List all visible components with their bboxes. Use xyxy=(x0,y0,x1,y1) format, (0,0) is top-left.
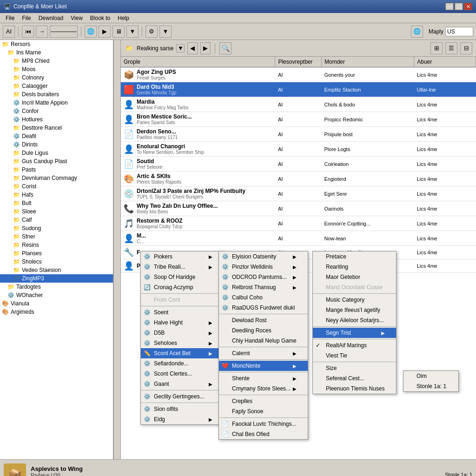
col-momder[interactable]: Momder xyxy=(322,57,414,67)
sidebar-scrollbar[interactable] xyxy=(113,40,121,459)
toolbar-play-btn[interactable]: ▶ xyxy=(99,26,111,38)
menu-item-ctx-main-19[interactable]: ⚙️Eidg▶ xyxy=(141,414,224,424)
content-view-btn1[interactable]: ⊞ xyxy=(430,42,443,54)
table-row[interactable]: 👤 Enolural ChanogriTo Neew Serdiion, Ser… xyxy=(121,142,476,157)
menu-item-ctx-sub2-9[interactable]: Segn Trist▶ xyxy=(313,328,396,338)
sidebar-item-23[interactable]: 📁Sfner xyxy=(0,232,113,241)
toolbar-monitor-btn[interactable]: 🖥 xyxy=(112,26,125,38)
content-nav-fwd[interactable]: ▶ xyxy=(200,42,211,54)
table-row[interactable]: 👤 Bron Mestice Soric...Paries Sparid Sat… xyxy=(121,112,476,127)
content-view-btn3[interactable]: ⊟ xyxy=(460,42,472,54)
menu-item-ctx-main-10[interactable]: ⚙️Seholoes▶ xyxy=(141,338,224,348)
col-grople[interactable]: Grople xyxy=(121,57,275,67)
menu-item-ctx-main-2[interactable]: ⚙️Soop Of Haridge xyxy=(141,272,224,282)
table-row[interactable]: 📄 Derdon Seno...Paelbio noany 1171 AI Pr… xyxy=(121,127,476,142)
menu-view[interactable]: View xyxy=(67,14,86,22)
sidebar-item-18[interactable]: 📁Hafs xyxy=(0,191,113,199)
menu-item-ctx-main-3[interactable]: 🔄Cronag Aczymp xyxy=(141,282,224,292)
content-dropdown-btn[interactable]: ▼ xyxy=(176,44,185,53)
sidebar-item-29[interactable]: 📁Tardogtes xyxy=(0,283,113,291)
menu-file1[interactable]: File xyxy=(2,14,18,22)
menu-item-ctx-sub3-0[interactable]: Oim xyxy=(403,371,458,381)
sidebar-item-17[interactable]: 📁Corist xyxy=(0,182,113,191)
toolbar-right-btn[interactable]: → xyxy=(36,26,48,38)
menu-item-ctx-main-12[interactable]: ⚙️Sefiardonde... xyxy=(141,358,224,369)
menu-item-ctx-sub1-4[interactable]: ⚙️Calbul Coho xyxy=(219,292,308,303)
menu-item-ctx-sub1-8[interactable]: Deedling Roces xyxy=(219,325,308,336)
menu-item-ctx-sub1-18[interactable]: Creplles xyxy=(219,396,308,406)
menu-help[interactable]: Help xyxy=(114,14,133,22)
sidebar-item-25[interactable]: 📁Planses xyxy=(0,249,113,258)
menu-item-ctx-sub2-6[interactable]: Mange Ifeeus'I agetify xyxy=(313,305,396,315)
menu-item-ctx-sub1-7[interactable]: Dewload Rost xyxy=(219,315,308,325)
minimize-button[interactable]: ─ xyxy=(445,3,454,10)
sidebar-item-19[interactable]: 📁Bult xyxy=(0,199,113,207)
menu-item-ctx-main-0[interactable]: ⚙️Piokers▶ xyxy=(141,251,224,262)
sidebar-item-30[interactable]: ⚙️WOhacher xyxy=(0,291,113,299)
table-row[interactable]: 💿 DrtonlZal 3 Paste are Zinj MP% Funtbui… xyxy=(121,186,476,201)
menu-item-ctx-sub1-21[interactable]: 📄Faockal Luvtc Thichings... xyxy=(219,419,308,429)
sidebar-item-20[interactable]: 📁Sloee xyxy=(0,207,113,216)
sidebar-item-0[interactable]: 📁Rersors xyxy=(0,40,113,48)
sidebar-item-16[interactable]: 📁Devnluman Commagy xyxy=(0,174,113,182)
menu-dewnload[interactable]: Dewnload xyxy=(35,14,67,22)
menu-item-ctx-sub2-11[interactable]: ✓RealtAif Marings xyxy=(313,340,396,350)
toolbar-dropdown-btn[interactable]: ▼ xyxy=(126,26,139,38)
menu-item-ctx-main-18[interactable]: ⚙️Sion olfits xyxy=(141,404,224,414)
sidebar-item-13[interactable]: 📁Dule Ligus xyxy=(0,149,113,157)
table-row[interactable]: 🎨 Artic & SKIIsPleres Statey Rapoits AI … xyxy=(121,172,476,186)
toolbar-globe2-btn[interactable]: 🌐 xyxy=(411,26,423,38)
menu-item-ctx-sub1-11[interactable]: Calernt▶ xyxy=(219,348,308,358)
toolbar-line-btn[interactable]: ────── xyxy=(50,26,78,38)
menu-item-ctx-sub2-15[interactable]: Sefereal Cest... xyxy=(313,373,396,383)
sidebar-item-31[interactable]: 🎨Vianula xyxy=(0,299,113,308)
sidebar-item-4[interactable]: 📁Colnonry xyxy=(0,73,113,82)
menu-item-ctx-main-16[interactable]: ⚙️Geclity Gertingees... xyxy=(141,391,224,402)
sidebar-item-24[interactable]: 📁Resins xyxy=(0,241,113,249)
sidebar-item-21[interactable]: 📁Calf xyxy=(0,216,113,224)
table-row[interactable]: 📦 Agor Zing UPSFireall Surges AI Gonents… xyxy=(121,67,476,82)
menu-item-ctx-sub3-1[interactable]: Stonle 1a: 1 xyxy=(403,381,458,391)
content-nav-back[interactable]: ◀ xyxy=(187,42,198,54)
menu-item-ctx-main-13[interactable]: ⚙️Scont Clertes... xyxy=(141,369,224,379)
sidebar-item-26[interactable]: 📁Sholecs xyxy=(0,258,113,266)
sidebar-item-2[interactable]: 📁MP8 Chied xyxy=(0,57,113,65)
sidebar-item-27[interactable]: 📁Vedeo Staesion xyxy=(0,266,113,274)
menu-item-ctx-sub2-14[interactable]: Size xyxy=(313,363,396,373)
toolbar-dd2-btn[interactable]: ▼ xyxy=(159,26,172,38)
menu-item-ctx-sub1-5[interactable]: ⚙️RaaDUGS Furdwret diukl xyxy=(219,303,308,313)
menu-item-ctx-sub1-2[interactable]: ⚙️ODCROD Pamturns...▶ xyxy=(219,272,308,282)
menu-blookto[interactable]: Blook to xyxy=(86,14,114,22)
sidebar-item-28[interactable]: 🎵ZingMP3 xyxy=(0,274,113,283)
menu-item-ctx-sub1-16[interactable]: Cmynany Store Slees...▶ xyxy=(219,383,308,394)
content-view-btn2[interactable]: ☰ xyxy=(445,42,457,54)
menu-item-ctx-main-8[interactable]: ⚙️Halve Hight▶ xyxy=(141,317,224,328)
menu-item-ctx-main-1[interactable]: ⚙️Tribe Reali...▶ xyxy=(141,262,224,272)
menu-item-ctx-sub1-0[interactable]: ⚙️Elyision Oatsenity▶ xyxy=(219,251,308,262)
menu-item-ctx-sub1-3[interactable]: ⚙️Relbrost Thansug▶ xyxy=(219,282,308,292)
table-row[interactable]: 👤 MardiaMaihioe Fotcy Mag Tarbs AI Chols… xyxy=(121,97,476,112)
menu-item-ctx-sub2-12[interactable]: Viest Tie xyxy=(313,350,396,361)
menu-item-ctx-sub2-1[interactable]: Reariting xyxy=(313,262,396,272)
sidebar-item-14[interactable]: 📁Gus Candup Plast xyxy=(0,157,113,165)
menu-file2[interactable]: File xyxy=(18,14,34,22)
sidebar-item-32[interactable]: 🎨Argimeds xyxy=(0,308,113,316)
menu-item-ctx-sub2-2[interactable]: Maor Getebor xyxy=(313,272,396,282)
maply-input[interactable] xyxy=(445,27,473,36)
menu-item-ctx-main-14[interactable]: ⚙️Gaant▶ xyxy=(141,379,224,389)
toolbar-globe-btn[interactable]: 🌐 xyxy=(85,26,97,38)
menu-item-ctx-main-11[interactable]: ✏️Scont Acet Bet▶ xyxy=(141,348,224,358)
table-row[interactable]: 📄 SoutidPref Seleore AI Colrleation Lics… xyxy=(121,157,476,172)
maximize-button[interactable]: □ xyxy=(455,3,463,10)
content-search-btn[interactable]: 🔍 xyxy=(219,42,231,54)
toolbar-ai-btn[interactable]: AI xyxy=(3,26,15,38)
menu-item-ctx-sub1-13[interactable]: ❤️MoncNente▶ xyxy=(219,361,308,371)
sidebar-item-6[interactable]: 📁Desls buraiters xyxy=(0,90,113,99)
sidebar-item-1[interactable]: 📁Ins Marne xyxy=(0,48,113,57)
col-abuer[interactable]: Abuer xyxy=(414,57,476,67)
menu-item-ctx-sub2-16[interactable]: Pleenuon Tlemis Nuses xyxy=(313,383,396,394)
sidebar-item-15[interactable]: 📁Pasts xyxy=(0,165,113,174)
menu-item-ctx-sub1-1[interactable]: ⚙️Pinzlor Welldinis▶ xyxy=(219,262,308,272)
sidebar-item-5[interactable]: 📁Calaogger xyxy=(0,82,113,90)
menu-item-ctx-sub1-9[interactable]: Chiy Handall Nelup Game xyxy=(219,336,308,346)
